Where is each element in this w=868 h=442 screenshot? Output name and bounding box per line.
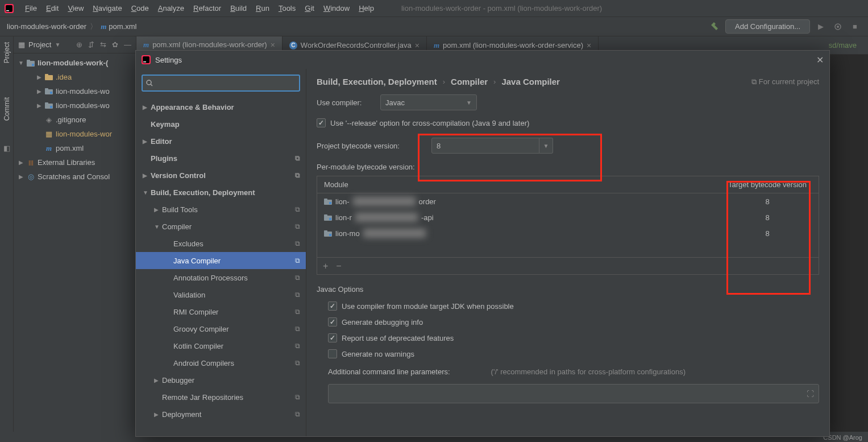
close-icon[interactable]: × [587, 41, 591, 50]
settings-tree-item[interactable]: Excludes⧉ [136, 235, 306, 252]
module-bytecode-table: Module Target bytecode version lion-orde… [317, 176, 819, 275]
settings-search-input[interactable] [155, 79, 296, 88]
per-project-icon: ⧉ [295, 154, 300, 162]
per-project-icon: ⧉ [295, 274, 300, 282]
menu-navigate[interactable]: Navigate [88, 4, 126, 13]
opt-debug-info-checkbox[interactable] [328, 317, 337, 327]
opt-no-warnings-checkbox[interactable] [328, 349, 337, 358]
tree-arrow-icon: ▶ [154, 206, 162, 213]
close-icon[interactable]: ✕ [816, 55, 824, 65]
tree-external-libs[interactable]: ▶ ⫼ External Libraries [14, 155, 136, 170]
crumb-project[interactable]: lion-modules-work-order [7, 22, 86, 31]
debug-icon[interactable] [832, 20, 844, 33]
settings-tree-item[interactable]: ▶Version Control⧉ [136, 167, 306, 184]
select-opened-icon[interactable]: ⊕ [76, 40, 82, 49]
target-version[interactable]: 8 [716, 229, 819, 238]
settings-crumb[interactable]: Build, Execution, Deployment [317, 77, 437, 86]
settings-tree-item[interactable]: Java Compiler⧉ [136, 252, 306, 269]
release-option-checkbox[interactable] [317, 118, 326, 127]
settings-crumb[interactable]: Compiler [451, 77, 488, 86]
expand-icon[interactable]: ⛶ [807, 390, 814, 398]
tree-item[interactable]: ◈.gitignore [14, 113, 136, 127]
tree-scratches[interactable]: ▶ ◎ Scratches and Consol [14, 170, 136, 184]
menu-window[interactable]: Window [319, 4, 354, 13]
table-row[interactable]: lion-mo8 [317, 225, 819, 241]
menu-refactor[interactable]: Refactor [189, 4, 226, 13]
tree-item[interactable]: ▶lion-modules-wo [14, 98, 136, 113]
project-tool-tab[interactable]: Project [3, 42, 11, 63]
settings-tree-item[interactable]: ▶Build Tools⧉ [136, 201, 306, 218]
settings-tree-item[interactable]: ▶Appearance & Behavior [136, 98, 306, 115]
settings-tree-item[interactable]: Groovy Compiler⧉ [136, 320, 306, 337]
tree-item[interactable]: ▶.idea [14, 70, 136, 84]
crumb-file[interactable]: m pom.xml [101, 22, 136, 31]
addl-params-label: Additional command line parameters: [328, 367, 450, 376]
collapse-icon[interactable]: ⇆ [100, 40, 106, 49]
svg-rect-26 [329, 218, 331, 220]
target-version[interactable]: 8 [716, 197, 819, 206]
settings-tree-item[interactable]: ▶Debugger [136, 371, 306, 389]
bytecode-version-input[interactable]: 8 [431, 138, 539, 154]
tree-root[interactable]: ▼ lion-modules-work-( [14, 56, 136, 70]
target-version[interactable]: 8 [716, 213, 819, 222]
settings-tree-item[interactable]: Kotlin Compiler⧉ [136, 337, 306, 354]
menu-help[interactable]: Help [354, 4, 379, 13]
close-icon[interactable]: × [415, 41, 420, 50]
stop-icon[interactable]: ■ [849, 20, 861, 33]
settings-tree-item[interactable]: Validation⧉ [136, 286, 306, 303]
opt-debug-info-label: Generate debugging info [342, 318, 423, 327]
use-compiler-combo[interactable]: Javac ▼ [380, 94, 477, 110]
menu-tools[interactable]: Tools [274, 4, 300, 13]
tree-item[interactable]: ▦lion-modules-wor [14, 127, 136, 141]
close-icon[interactable]: × [271, 40, 275, 49]
table-row[interactable]: lion-r-api8 [317, 209, 819, 225]
for-current-project-hint: ⧉ For current project [751, 77, 819, 86]
menu-file[interactable]: File [20, 4, 41, 13]
menu-view[interactable]: View [63, 4, 88, 13]
bookmark-icon[interactable]: ◧ [3, 144, 10, 152]
run-icon[interactable]: ▶ [815, 20, 827, 33]
settings-tree-label: Remote Jar Repositories [162, 393, 295, 402]
iml-icon: ▦ [44, 130, 53, 139]
menu-run[interactable]: Run [251, 4, 274, 13]
expand-icon[interactable]: ⇵ [88, 40, 94, 49]
settings-tree-item[interactable]: ▼Build, Execution, Deployment [136, 184, 306, 201]
add-row-button[interactable]: + [323, 261, 328, 271]
opt-deprecated-checkbox[interactable] [328, 333, 337, 342]
menu-edit[interactable]: Edit [41, 4, 63, 13]
settings-tree-item[interactable]: Remote Jar Repositories⧉ [136, 389, 306, 406]
hammer-icon[interactable] [708, 20, 721, 33]
per-module-label: Per-module bytecode version: [317, 163, 819, 171]
per-project-icon: ⧉ [295, 222, 300, 230]
menu-analyze[interactable]: Analyze [153, 4, 189, 13]
settings-tree-item[interactable]: RMI Compiler⧉ [136, 303, 306, 320]
table-row[interactable]: lion-order8 [317, 193, 819, 209]
settings-tree-item[interactable]: ▶Editor [136, 133, 306, 150]
svg-point-19 [147, 80, 151, 85]
gear-icon[interactable]: ✿ [112, 40, 118, 49]
tree-item[interactable]: mpom.xml [14, 141, 136, 155]
remove-row-button[interactable]: − [336, 261, 341, 271]
settings-tree-item[interactable]: Annotation Processors⧉ [136, 269, 306, 286]
settings-tree-item[interactable]: ▶Deployment⧉ [136, 406, 306, 423]
project-panel-title[interactable]: Project [28, 40, 51, 49]
commit-tool-tab[interactable]: Commit [3, 97, 11, 121]
settings-tree-item[interactable]: Plugins⧉ [136, 150, 306, 167]
settings-search-input-wrap[interactable] [142, 75, 300, 92]
settings-tree-item[interactable]: ▼Compiler⧉ [136, 218, 306, 235]
menu-code[interactable]: Code [127, 4, 153, 13]
menu-git[interactable]: Git [300, 4, 319, 13]
settings-tree-item[interactable]: Keymap [136, 115, 306, 133]
tree-item[interactable]: ▶lion-modules-wo [14, 84, 136, 98]
addl-params-input[interactable]: ⛶ [328, 384, 819, 403]
editor-tab-label: pom.xml (lion-modules-work-order) [152, 40, 267, 49]
gitignore-icon: ◈ [44, 115, 53, 125]
bytecode-version-dropdown[interactable]: ▼ [539, 138, 553, 154]
add-configuration-button[interactable]: Add Configuration... [725, 19, 810, 34]
chevron-down-icon[interactable]: ▼ [55, 42, 60, 48]
settings-tree-label: Build Tools [162, 205, 295, 214]
opt-module-jdk-checkbox[interactable] [328, 301, 337, 311]
menu-build[interactable]: Build [226, 4, 251, 13]
hide-icon[interactable]: — [124, 40, 131, 49]
settings-tree-item[interactable]: Android Compilers⧉ [136, 354, 306, 371]
